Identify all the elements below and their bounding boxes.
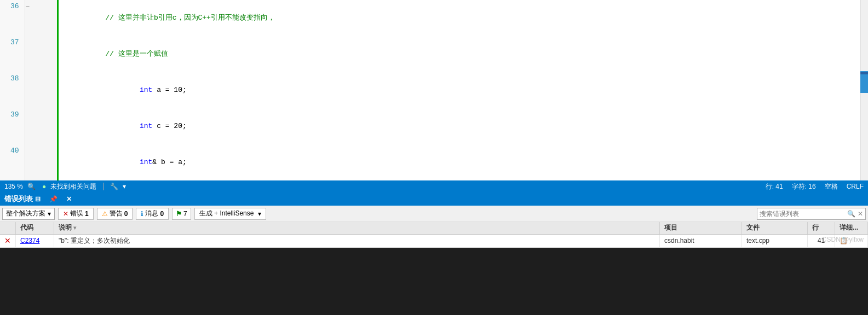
code-line-36[interactable]: // 这里并非让b引用c，因为C++引用不能改变指向，	[58, 0, 868, 36]
keyword-int: int	[140, 122, 152, 130]
col-header-file[interactable]: 文件	[742, 222, 808, 234]
dock-icon[interactable]: ⊟	[35, 195, 41, 203]
indent-type[interactable]: 空格	[825, 182, 838, 191]
gutter-space	[26, 38, 33, 46]
keyword-int: int	[140, 158, 152, 166]
error-table: 代码 说明 ▾ 项目 文件 行 详细... ✕ C2374 "b": 重定义；多…	[0, 222, 868, 248]
error-panel-header: 错误列表 ⊟ 📌 ✕	[0, 192, 868, 206]
comment-text: // 这里是一个赋值	[106, 50, 168, 58]
gutter-38	[25, 72, 58, 108]
gutter-39	[25, 108, 58, 144]
error-file: text.cpp	[742, 234, 808, 247]
header-controls: ⊟ 📌 ✕	[33, 195, 74, 203]
line-number-39: 39	[0, 108, 25, 144]
gutter-37	[25, 36, 58, 72]
gutter-36: —	[25, 0, 58, 36]
warning-filter-label: 警告	[110, 209, 123, 218]
scope-dropdown[interactable]: 整个解决方案 ▾	[2, 208, 55, 220]
error-project: csdn.habit	[660, 234, 742, 247]
col-header-line[interactable]: 行	[808, 222, 835, 234]
search-clear-btn[interactable]: ✕	[858, 210, 863, 218]
divider	[103, 183, 104, 190]
info-icon: ℹ	[141, 210, 143, 218]
table-row: 39 int c = 20;	[0, 108, 868, 144]
line-number-37: 37	[0, 36, 25, 72]
code-line-37[interactable]: // 这里是一个赋值	[58, 36, 868, 72]
code-line-40[interactable]: int& b = a;	[58, 144, 868, 180]
filter-num: 7	[183, 210, 187, 218]
close-icon[interactable]: ✕	[66, 195, 72, 203]
table-row: 38 int a = 10;	[0, 72, 868, 108]
code-table: 36 — // 这里并非让b引用c，因为C++引用不能改变指向， 37 // 这…	[0, 0, 868, 180]
table-row: 37 // 这里是一个赋值	[0, 36, 868, 72]
scope-dropdown-arrow: ▾	[48, 210, 51, 218]
editor-area: 36 — // 这里并非让b引用c，因为C++引用不能改变指向， 37 // 这…	[0, 0, 868, 180]
collapse-icon[interactable]: —	[26, 3, 30, 9]
error-panel: 错误列表 ⊟ 📌 ✕ 整个解决方案 ▾ ✕ 错误 1 ⚠ 警告 0 ℹ 消息 0	[0, 192, 868, 248]
watermark: CSDN @ylfxw	[822, 236, 864, 243]
col-header-code[interactable]: 代码	[16, 222, 54, 234]
search-error-container[interactable]: 🔍 ✕	[757, 208, 866, 220]
scope-label: 整个解决方案	[6, 209, 45, 218]
cursor-line: 行: 41	[766, 182, 783, 191]
comment-text: // 这里并非让b引用c，因为C++引用不能改变指向，	[106, 14, 275, 22]
no-issues-text: 未找到相关问题	[50, 182, 96, 191]
status-bar: 135 % 🔍 ● 未找到相关问题 🔧 ▾ 行: 41 字符: 16 空格 CR…	[0, 180, 868, 192]
info-filter-btn[interactable]: ℹ 消息 0	[136, 208, 169, 220]
warning-icon: ⚠	[102, 210, 108, 218]
col-header-detail[interactable]: 详细...	[835, 222, 868, 234]
cursor-char: 字符: 16	[792, 182, 816, 191]
info-filter-label: 消息	[145, 209, 158, 218]
scrollbar-thumb[interactable]	[860, 71, 868, 93]
status-right: 行: 41 字符: 16 空格 CRLF	[766, 182, 864, 191]
build-filter-arrow: ▾	[258, 210, 261, 218]
zoom-level[interactable]: 135 %	[4, 183, 23, 190]
error-description: "b": 重定义；多次初始化	[54, 234, 660, 247]
pin-icon[interactable]: 📌	[49, 195, 58, 203]
error-code: C2374	[16, 234, 54, 247]
warning-count: 0	[124, 210, 128, 218]
message-count: 0	[160, 210, 164, 218]
editor-scrollbar[interactable]	[860, 0, 868, 180]
status-left: 135 % 🔍 ● 未找到相关问题 🔧 ▾	[4, 182, 766, 191]
table-row: 40 int& b = a;	[0, 144, 868, 180]
keyword-int: int	[140, 86, 152, 94]
filter-num-icon: ⚑	[176, 210, 182, 218]
error-row-icon: ✕	[4, 236, 11, 245]
gutter-40	[25, 144, 58, 180]
error-count: 1	[85, 210, 89, 218]
warning-filter-btn[interactable]: ⚠ 警告 0	[97, 208, 133, 220]
code-line-39[interactable]: int c = 20;	[58, 108, 868, 144]
error-icon: ✕	[63, 210, 68, 218]
no-issues-icon: ●	[42, 183, 46, 190]
build-tools-icon[interactable]: 🔧	[110, 183, 118, 190]
build-filter[interactable]: 生成 + IntelliSense ▾	[194, 208, 267, 220]
filter-num-btn[interactable]: ⚑ 7	[172, 208, 191, 220]
col-header-icon	[0, 222, 16, 234]
table-row: 36 — // 这里并非让b引用c，因为C++引用不能改变指向，	[0, 0, 868, 36]
error-panel-title: 错误列表	[4, 194, 33, 204]
line-number-36: 36	[0, 0, 25, 36]
zoom-icon[interactable]: 🔍	[27, 183, 36, 190]
search-input[interactable]	[760, 210, 847, 218]
line-ending[interactable]: CRLF	[847, 183, 864, 190]
search-icon: 🔍	[847, 210, 855, 218]
table-header-row: 代码 说明 ▾ 项目 文件 行 详细...	[0, 222, 868, 234]
error-filter-btn[interactable]: ✕ 错误 1	[58, 208, 94, 220]
code-line-38[interactable]: int a = 10;	[58, 72, 868, 108]
build-filter-label: 生成 + IntelliSense	[199, 209, 254, 218]
error-toolbar: 整个解决方案 ▾ ✕ 错误 1 ⚠ 警告 0 ℹ 消息 0 ⚑ 7 生成 + I…	[0, 206, 868, 222]
col-header-project[interactable]: 项目	[660, 222, 742, 234]
error-row-1[interactable]: ✕ C2374 "b": 重定义；多次初始化 csdn.habit text.c…	[0, 234, 868, 247]
col-header-description[interactable]: 说明 ▾	[54, 222, 660, 234]
build-tools-dropdown[interactable]: ▾	[123, 183, 126, 190]
line-number-40: 40	[0, 144, 25, 180]
error-row-icon-cell: ✕	[0, 234, 16, 247]
sort-icon: ▾	[73, 225, 76, 231]
line-number-38: 38	[0, 72, 25, 108]
error-filter-label: 错误	[70, 209, 83, 218]
